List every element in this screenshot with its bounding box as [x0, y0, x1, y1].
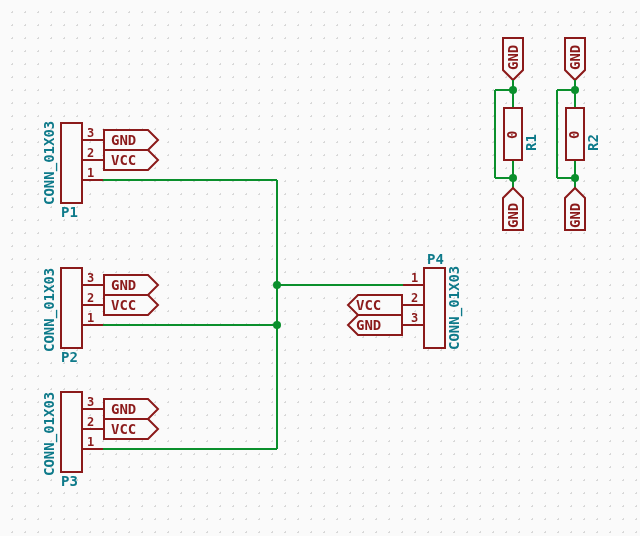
junction-icon [509, 86, 517, 94]
junction-icon [509, 174, 517, 182]
resistor-value: 0 [566, 131, 582, 139]
pin-num: 3 [87, 126, 94, 140]
svg-rect-0 [61, 123, 82, 203]
net-label: GND [505, 203, 521, 228]
resistor-R2: GND R2 0 GND [557, 38, 601, 230]
junction-icon [571, 86, 579, 94]
resistor-R1: GND R1 0 GND [495, 38, 539, 230]
resistor-ref: R1 [523, 134, 539, 151]
net-label: GND [505, 45, 521, 70]
connector-P3: 3 2 1 GND VCC P3 CONN_01X03 [41, 392, 158, 489]
pin-num: 3 [87, 395, 94, 409]
net-label: VCC [111, 297, 136, 313]
schematic-canvas: 3 2 1 GND VCC P1 CONN_01X03 3 2 1 GND VC… [0, 0, 640, 536]
connector-P4: 1 2 3 VCC GND P4 CONN_01X03 [348, 251, 463, 350]
pin-num: 2 [411, 291, 418, 305]
resistor-value: 0 [504, 131, 520, 139]
net-label: GND [567, 45, 583, 70]
pin-num: 2 [87, 146, 94, 160]
connector-type: CONN_01X03 [446, 266, 463, 350]
connector-ref: P4 [427, 251, 444, 267]
connector-type: CONN_01X03 [41, 121, 58, 205]
pin-num: 1 [411, 271, 418, 285]
resistor-ref: R2 [585, 134, 601, 151]
pin-num: 1 [87, 166, 94, 180]
net-label: VCC [111, 421, 136, 437]
net-label: GND [111, 401, 136, 417]
connector-type: CONN_01X03 [41, 268, 58, 352]
svg-rect-8 [61, 392, 82, 472]
pin-num: 1 [87, 311, 94, 325]
connector-type: CONN_01X03 [41, 392, 58, 476]
connector-ref: P1 [61, 204, 78, 220]
svg-rect-12 [424, 268, 445, 348]
net-label: GND [356, 317, 381, 333]
connector-ref: P2 [61, 349, 78, 365]
pin-num: 1 [87, 435, 94, 449]
junction-icon [571, 174, 579, 182]
net-label: GND [111, 277, 136, 293]
junction-icon [273, 281, 281, 289]
net-label: GND [111, 132, 136, 148]
net-label: GND [567, 203, 583, 228]
junction-icon [273, 321, 281, 329]
pin-num: 2 [87, 415, 94, 429]
connector-ref: P3 [61, 473, 78, 489]
pin-num: 3 [87, 271, 94, 285]
net-label: VCC [111, 152, 136, 168]
svg-rect-4 [61, 268, 82, 348]
connector-P1: 3 2 1 GND VCC P1 CONN_01X03 [41, 121, 158, 220]
pin-num: 2 [87, 291, 94, 305]
net-label: VCC [356, 297, 381, 313]
pin-num: 3 [411, 311, 418, 325]
connector-P2: 3 2 1 GND VCC P2 CONN_01X03 [41, 268, 158, 365]
